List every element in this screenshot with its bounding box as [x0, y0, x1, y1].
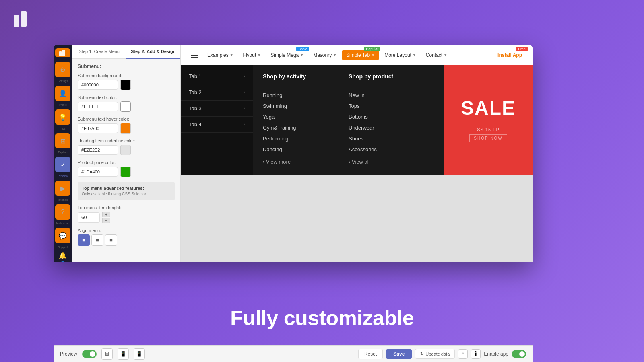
nav-examples[interactable]: Examples ▼: [203, 50, 237, 60]
tab4-chevron: ›: [244, 122, 245, 127]
height-increase-btn[interactable]: +: [102, 212, 110, 217]
sidebar-item-preview[interactable]: ✓ Preview: [55, 157, 70, 177]
link-gym[interactable]: Gym&Training: [263, 122, 341, 133]
tablet-device-btn[interactable]: 📱: [118, 348, 129, 360]
mobile-device-btn[interactable]: 📱: [134, 348, 145, 360]
desktop-device-btn[interactable]: 🖥: [101, 348, 113, 360]
link-new-in[interactable]: New in: [349, 90, 426, 101]
link-running[interactable]: Running: [263, 90, 341, 101]
link-dancing[interactable]: Dancing: [263, 144, 341, 155]
nav-masonry[interactable]: Masonry ▼: [309, 50, 341, 60]
install-app-badge: Free: [516, 47, 528, 51]
mega-tab-4[interactable]: Tab 4 ›: [181, 117, 253, 133]
submenu-hover-color-input[interactable]: [78, 123, 118, 133]
heading-underline-swatch[interactable]: [120, 145, 131, 155]
submenu-hover-color-swatch[interactable]: [120, 123, 131, 134]
nav-simple-mega-wrapper: Basic Simple Mega ▼: [266, 50, 308, 60]
bottom-bar-left: Preview 🖥 📱 📱: [60, 348, 145, 360]
submenu-text-color-swatch[interactable]: [120, 101, 131, 112]
sidebar-item-explore[interactable]: ⊞ Explore: [55, 133, 70, 154]
sidebar-item-settings[interactable]: ⚙ Settings: [55, 62, 70, 82]
submenu-text-color-input[interactable]: [78, 102, 118, 111]
align-right-btn[interactable]: ≡: [105, 234, 117, 246]
nav-flyout[interactable]: Flyout ▼: [239, 50, 265, 60]
submenu-hover-color-row: Submenu text hover color:: [78, 117, 175, 134]
sidebar: ⚙ Settings 👤 Profile 💡 Tips ⊞ Explore ✓ …: [54, 45, 72, 262]
align-left-btn[interactable]: ≡: [78, 234, 90, 246]
tab-create-menu[interactable]: Step 1: Create Menu: [72, 45, 126, 59]
preview-toggle[interactable]: [82, 350, 97, 358]
mega-menu: Tab 1 › Tab 2 › Tab 3 › Tab 4 ›: [181, 65, 533, 175]
submenu-text-color-label: Submenu text color:: [78, 95, 175, 100]
link-shoes[interactable]: Shoes: [349, 133, 426, 144]
activity-column-title: Shop by activity: [263, 73, 341, 83]
preview-nav: Examples ▼ Flyout ▼ Basic Simple Mega ▼: [181, 45, 533, 65]
link-yoga[interactable]: Yoga: [263, 111, 341, 122]
mega-tab-1[interactable]: Tab 1 ›: [181, 68, 253, 84]
flyout-chevron: ▼: [257, 53, 261, 57]
link-bottoms[interactable]: Bottoms: [349, 111, 426, 122]
svg-rect-3: [62, 50, 65, 56]
height-decrease-btn[interactable]: −: [102, 218, 110, 223]
svg-rect-1: [21, 11, 27, 27]
masonry-chevron: ▼: [333, 53, 336, 57]
tab3-chevron: ›: [244, 106, 245, 111]
tab2-chevron: ›: [244, 90, 245, 95]
nav-more-layout[interactable]: More Layout ▼: [380, 50, 420, 60]
simple-tab-badge: Popular: [364, 47, 380, 51]
menu-item-height-label: Top menu item height:: [78, 205, 175, 210]
height-stepper: + −: [102, 212, 110, 223]
tab-add-design[interactable]: Step 2: Add & Design: [126, 45, 181, 59]
svg-rect-4: [191, 53, 198, 53]
link-underwear[interactable]: Underwear: [349, 122, 426, 133]
sidebar-item-tips[interactable]: 💡 Tips: [55, 109, 70, 130]
menu-item-height-input[interactable]: [78, 212, 100, 223]
sale-divider: [466, 121, 510, 121]
link-tops[interactable]: Tops: [349, 101, 426, 111]
product-price-swatch[interactable]: [120, 167, 131, 177]
simple-tab-chevron: ▼: [371, 53, 375, 57]
svg-rect-2: [59, 51, 62, 56]
sidebar-item-support[interactable]: 💬 Support: [55, 228, 70, 249]
update-data-button[interactable]: ↻ Update data: [415, 349, 455, 359]
submenu-bg-input[interactable]: [78, 80, 118, 90]
heading-underline-input[interactable]: [78, 145, 118, 155]
mega-tab-3[interactable]: Tab 3 ›: [181, 101, 253, 117]
sidebar-bell-icon[interactable]: 🔔: [55, 252, 70, 259]
nav-simple-tab-wrapper: Popular Simple Tab ▼: [342, 50, 379, 60]
menu-item-height-row: Top menu item height: + −: [78, 205, 175, 223]
preview-area: Examples ▼ Flyout ▼ Basic Simple Mega ▼: [181, 45, 533, 262]
settings-tabs: Step 1: Create Menu Step 2: Add & Design: [72, 45, 180, 59]
link-accessories[interactable]: Accessories: [349, 144, 426, 155]
sidebar-logo[interactable]: [55, 48, 70, 57]
product-price-input[interactable]: [78, 167, 118, 177]
submenu-text-color-row: Submenu text color:: [78, 95, 175, 112]
bottom-bar-right: Reset Save ↻ Update data ↑ ℹ Enable app: [358, 349, 526, 359]
share-btn[interactable]: ↑: [458, 349, 468, 359]
submenu-label: Submenu:: [78, 64, 175, 69]
reset-button[interactable]: Reset: [358, 349, 383, 359]
submenu-bg-swatch[interactable]: [120, 80, 131, 90]
heading-underline-label: Heading item underline color:: [78, 138, 175, 143]
info-btn[interactable]: ℹ: [471, 349, 481, 359]
nav-contact[interactable]: Contact ▼: [422, 50, 451, 60]
sidebar-item-instruction[interactable]: ? Instruction: [55, 204, 70, 225]
menu-column-product: Shop by product New in Tops Bottoms Unde…: [349, 73, 434, 167]
align-center-btn[interactable]: ≡: [91, 234, 103, 246]
tab1-chevron: ›: [244, 74, 245, 78]
save-button[interactable]: Save: [386, 349, 412, 359]
svg-rect-0: [14, 15, 19, 27]
nav-more-layout-wrapper: More Layout ▼: [380, 50, 420, 60]
link-swimming[interactable]: Swimming: [263, 101, 341, 111]
link-view-all[interactable]: View all: [349, 156, 426, 167]
link-view-more[interactable]: View more: [263, 156, 341, 167]
sale-shop-now-btn[interactable]: SHOP NOW: [469, 134, 507, 142]
mega-tab-2[interactable]: Tab 2 ›: [181, 84, 253, 101]
sidebar-user-icon[interactable]: 👤: [55, 261, 70, 262]
link-performing[interactable]: Performing: [263, 133, 341, 144]
sidebar-item-tutorials[interactable]: ▶ Tutorials: [55, 181, 70, 201]
advanced-features-subtitle: Only available if using CSS Selector: [82, 192, 171, 196]
sidebar-item-profile[interactable]: 👤 Profile: [55, 86, 70, 106]
enable-app-toggle[interactable]: [512, 350, 526, 358]
app-window: ⚙ Settings 👤 Profile 💡 Tips ⊞ Explore ✓ …: [54, 45, 533, 262]
